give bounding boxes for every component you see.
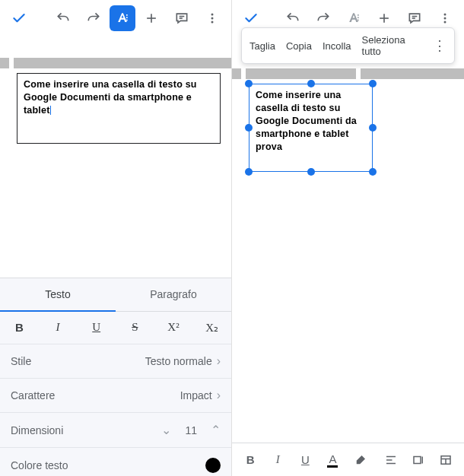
ruler-right (232, 68, 464, 79)
svg-rect-12 (358, 20, 359, 21)
text-format-button[interactable] (110, 5, 135, 31)
undo-button[interactable] (49, 4, 78, 33)
svg-rect-11 (358, 17, 359, 18)
resize-handle[interactable] (245, 80, 253, 87)
style-row[interactable]: Stile Testo normale› (0, 344, 231, 379)
done-button[interactable] (5, 4, 33, 33)
insert-button[interactable] (406, 446, 431, 474)
context-more-button[interactable]: ⋮ (433, 37, 447, 54)
subscript-button[interactable]: X₂ (192, 312, 231, 344)
size-value: 11 (185, 424, 197, 436)
copy-button[interactable]: Copia (286, 40, 312, 52)
resize-handle[interactable] (369, 124, 377, 132)
format-buttons-row: B I U S X² X₂ (0, 312, 231, 344)
format-panel: Testo Paragrafo B I U S X² X₂ Stile Test… (0, 278, 231, 476)
font-value: Impact (180, 389, 212, 401)
resize-handle[interactable] (307, 168, 315, 176)
size-row[interactable]: Dimensioni ⌄ 11 ⌃ (0, 413, 231, 448)
bold-button[interactable]: B (0, 312, 39, 344)
cut-button[interactable]: Taglia (249, 40, 275, 52)
svg-point-17 (444, 14, 447, 16)
highlight-button[interactable] (348, 446, 373, 474)
color-swatch (205, 458, 221, 473)
comment-button[interactable] (167, 4, 196, 33)
tab-text[interactable]: Testo (0, 278, 116, 312)
text-box-selected-wrap[interactable]: Come inserire una casella di testo su Go… (249, 84, 373, 172)
style-label: Stile (11, 355, 31, 367)
resize-handle[interactable] (307, 80, 315, 87)
context-menu: Taglia Copia Incolla Seleziona tutto ⋮ (241, 27, 455, 64)
text-box-right[interactable]: Come inserire una casella di testo su Go… (249, 84, 373, 172)
panel-tabs: Testo Paragrafo (0, 278, 231, 312)
text-color-label: Colore testo (11, 459, 68, 471)
style-value: Testo normale (145, 355, 212, 367)
svg-point-18 (444, 17, 447, 20)
font-row[interactable]: Carattere Impact› (0, 379, 231, 413)
redo-button[interactable] (79, 4, 108, 33)
paste-button[interactable]: Incolla (323, 40, 351, 52)
textbox-text: Come inserire una casella di testo su Go… (256, 90, 357, 152)
add-button[interactable] (137, 4, 166, 33)
tab-paragraph[interactable]: Paragrafo (116, 278, 231, 312)
svg-rect-10 (358, 14, 359, 16)
bold-button[interactable]: B (238, 446, 262, 474)
chevron-right-icon: › (217, 354, 221, 368)
ruler-left (0, 36, 231, 68)
superscript-button[interactable]: X² (154, 312, 193, 344)
svg-point-8 (211, 17, 214, 20)
select-all-button[interactable]: Seleziona tutto (362, 34, 422, 57)
svg-rect-1 (126, 17, 128, 18)
strike-button[interactable]: S (116, 312, 154, 344)
text-color-button[interactable]: A (320, 446, 345, 474)
underline-button[interactable]: U (293, 446, 317, 474)
svg-point-7 (211, 14, 214, 16)
pane-right: Taglia Copia Incolla Seleziona tutto ⋮ C… (232, 0, 464, 476)
align-button[interactable] (379, 446, 403, 474)
text-cursor (50, 106, 51, 115)
layout-button[interactable] (434, 446, 458, 474)
size-label: Dimensioni (11, 424, 63, 436)
pane-left: Come inserire una casella di testo su Go… (0, 0, 232, 476)
svg-point-9 (211, 21, 214, 24)
font-label: Carattere (11, 389, 55, 401)
toolbar-left (0, 0, 231, 36)
svg-point-19 (444, 21, 447, 24)
underline-button[interactable]: U (77, 312, 116, 344)
chevron-right-icon: › (217, 389, 221, 402)
svg-rect-23 (414, 456, 421, 463)
italic-button[interactable]: I (265, 446, 290, 474)
resize-handle[interactable] (245, 168, 253, 176)
svg-rect-2 (126, 20, 128, 21)
chevron-up-icon[interactable]: ⌃ (211, 423, 221, 437)
text-color-row[interactable]: Colore testo (0, 448, 231, 476)
text-box-left[interactable]: Come inserire una casella di testo su Go… (17, 73, 221, 144)
svg-rect-0 (126, 14, 128, 16)
chevron-down-icon[interactable]: ⌄ (161, 423, 171, 437)
resize-handle[interactable] (369, 168, 377, 176)
more-button[interactable] (198, 4, 227, 33)
resize-handle[interactable] (369, 80, 377, 87)
bottom-toolbar: B I U A (232, 443, 464, 476)
italic-button[interactable]: I (39, 312, 78, 344)
